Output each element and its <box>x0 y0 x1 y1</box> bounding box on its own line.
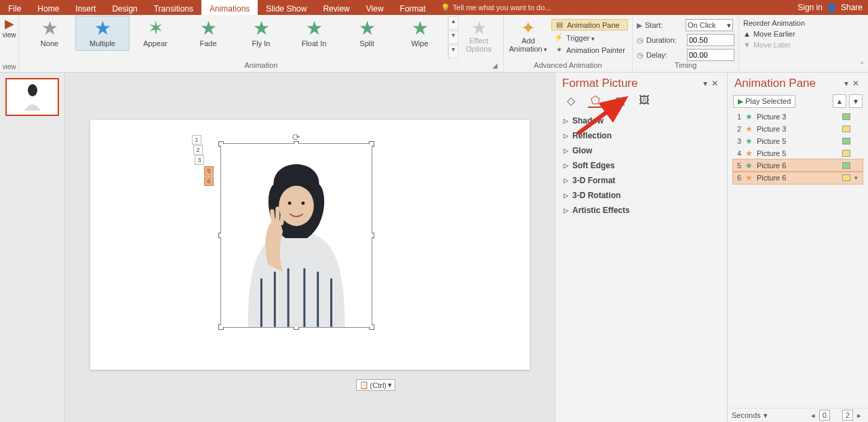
play-icon: ▶ <box>637 21 642 30</box>
play-selected-button[interactable]: ▶Play Selected <box>733 95 795 108</box>
tab-transitions[interactable]: Transitions <box>146 0 201 15</box>
animation-list-item[interactable]: 5★Picture 6 <box>733 159 863 172</box>
timeline-bar[interactable] <box>842 162 850 169</box>
start-select[interactable]: On Click▾ <box>686 19 733 31</box>
gallery-scroll: ▴ ▾ ▾ <box>448 16 458 59</box>
chevron-down-icon: ▾ <box>388 381 392 389</box>
duration-input[interactable] <box>687 34 734 46</box>
tab-insert[interactable]: Insert <box>67 0 104 15</box>
close-icon[interactable]: ✕ <box>709 79 720 88</box>
format-picture-title: Format Picture <box>562 77 701 90</box>
timeline-unit[interactable]: Seconds <box>732 411 761 419</box>
play-icon: ▶ <box>738 97 743 106</box>
slide-thumb-1[interactable] <box>5 78 59 116</box>
animation-dialog-launcher[interactable]: ◢ <box>492 62 498 69</box>
workarea: 1 2 3 5 6 ⟳ <box>0 73 868 422</box>
delay-label: Delay: <box>646 51 684 59</box>
tab-format[interactable]: Format <box>392 0 434 15</box>
preview-group: ▶ view view <box>0 15 19 72</box>
format-effects-list: Shadow Reflection Glow Soft Edges 3-D Fo… <box>555 112 727 219</box>
timeline-bar[interactable] <box>842 113 850 120</box>
paste-options-flyout[interactable]: 📋 (Ctrl) ▾ <box>356 379 395 391</box>
tab-slideshow[interactable]: Slide Show <box>258 0 315 15</box>
move-down-button[interactable]: ▼ <box>849 94 863 108</box>
anim-split[interactable]: ★Split <box>340 16 393 50</box>
fp-3drotation[interactable]: 3-D Rotation <box>555 188 727 203</box>
star-icon: ★ <box>745 173 753 183</box>
size-properties-icon[interactable]: ▦ <box>612 93 627 108</box>
fp-shadow[interactable]: Shadow <box>555 113 727 128</box>
timeline-end: 2 <box>842 410 853 421</box>
anim-floatin[interactable]: ★Float In <box>288 16 340 50</box>
slide[interactable]: 1 2 3 5 6 ⟳ <box>90 120 530 370</box>
timeline-scroll-right[interactable]: ▸ <box>854 411 864 420</box>
tell-me[interactable]: 💡 Tell me what you want to do... <box>434 0 551 15</box>
effects-icon[interactable]: ⬠ <box>588 93 603 108</box>
anim-tag[interactable]: 1 <box>192 135 201 145</box>
delay-input[interactable] <box>687 49 734 61</box>
tab-home[interactable]: Home <box>29 0 67 15</box>
picture-icon[interactable]: 🖼 <box>637 93 652 108</box>
timeline-scroll-left[interactable]: ◂ <box>808 411 818 420</box>
preview-icon[interactable]: ▶ <box>5 16 14 31</box>
animation-gallery[interactable]: ★None ★Multiple ✶Appear ★Fade ★Fly In ★F… <box>23 16 458 59</box>
gallery-down[interactable]: ▾ <box>448 31 458 44</box>
reorder-header: Reorder Animation <box>743 19 805 27</box>
tab-design[interactable]: Design <box>104 0 145 15</box>
reorder-group: Reorder Animation ▲Move Earlier ▼Move La… <box>739 15 809 72</box>
anim-none[interactable]: ★None <box>23 16 76 50</box>
anim-flyin[interactable]: ★Fly In <box>235 16 288 50</box>
share-icon: 👤 <box>827 3 837 12</box>
animation-painter-button[interactable]: ✶Animation Painter <box>551 45 628 55</box>
trigger-button[interactable]: ⚡Trigger <box>551 33 628 43</box>
animation-item-name: Picture 6 <box>757 161 786 170</box>
animation-pane-button[interactable]: ▤Animation Pane <box>551 19 628 31</box>
tab-view[interactable]: View <box>358 0 392 15</box>
panel-options-button[interactable]: ▾ <box>701 79 709 88</box>
timeline-bar[interactable] <box>842 174 850 181</box>
animation-list: 1★Picture 32★Picture 33★Picture 54★Pictu… <box>728 111 868 408</box>
add-animation-button[interactable]: ✦ Add Animation <box>508 16 549 53</box>
gallery-more[interactable]: ▾ <box>448 45 458 58</box>
fp-3dformat[interactable]: 3-D Format <box>555 173 727 188</box>
anim-tag[interactable]: 5 <box>204 166 214 176</box>
move-up-button[interactable]: ▲ <box>833 94 846 108</box>
panel-options-button[interactable]: ▾ <box>842 79 850 88</box>
fp-glow[interactable]: Glow <box>555 143 727 158</box>
slide-canvas[interactable]: 1 2 3 5 6 ⟳ <box>65 73 555 422</box>
timeline-bar[interactable] <box>842 126 850 132</box>
star-icon: ★ <box>745 124 753 134</box>
signin-link[interactable]: Sign in <box>797 3 823 12</box>
fill-line-icon[interactable]: ◇ <box>564 93 578 108</box>
tab-review[interactable]: Review <box>315 0 357 15</box>
move-later-button: ▼Move Later <box>743 41 805 49</box>
fp-artistic[interactable]: Artistic Effects <box>555 203 727 218</box>
anim-multiple[interactable]: ★Multiple <box>76 16 129 50</box>
animation-list-item[interactable]: 2★Picture 3 <box>733 123 863 135</box>
timeline-bar[interactable] <box>842 150 850 157</box>
gallery-up[interactable]: ▴ <box>448 16 458 30</box>
close-icon[interactable]: ✕ <box>850 79 861 88</box>
anim-tag[interactable]: 2 <box>193 145 203 155</box>
picture-selection[interactable]: ⟳ <box>220 143 372 328</box>
tab-animations[interactable]: Animations <box>201 0 258 15</box>
move-earlier-button[interactable]: ▲Move Earlier <box>743 30 805 38</box>
animation-list-item[interactable]: 6★Picture 6▾ <box>733 172 863 184</box>
share-button[interactable]: Share <box>841 3 863 12</box>
star-icon: ★ <box>745 149 753 158</box>
chevron-down-icon[interactable]: ▾ <box>854 174 861 181</box>
painter-icon: ✶ <box>554 45 564 54</box>
animation-list-item[interactable]: 4★Picture 5 <box>733 147 863 159</box>
anim-wipe[interactable]: ★Wipe <box>393 16 446 50</box>
anim-appear[interactable]: ✶Appear <box>129 16 182 50</box>
tab-file[interactable]: File <box>0 0 29 15</box>
timeline-bar[interactable] <box>842 138 850 145</box>
fp-reflection[interactable]: Reflection <box>555 128 727 143</box>
anim-tag[interactable]: 3 <box>195 155 204 165</box>
collapse-ribbon-button[interactable]: ˄ <box>860 61 864 71</box>
animation-list-item[interactable]: 1★Picture 3 <box>733 111 863 123</box>
animation-list-item[interactable]: 3★Picture 5 <box>733 135 863 147</box>
anim-fade[interactable]: ★Fade <box>182 16 235 50</box>
fp-softedges[interactable]: Soft Edges <box>555 158 727 173</box>
anim-tag[interactable]: 6 <box>204 176 214 186</box>
